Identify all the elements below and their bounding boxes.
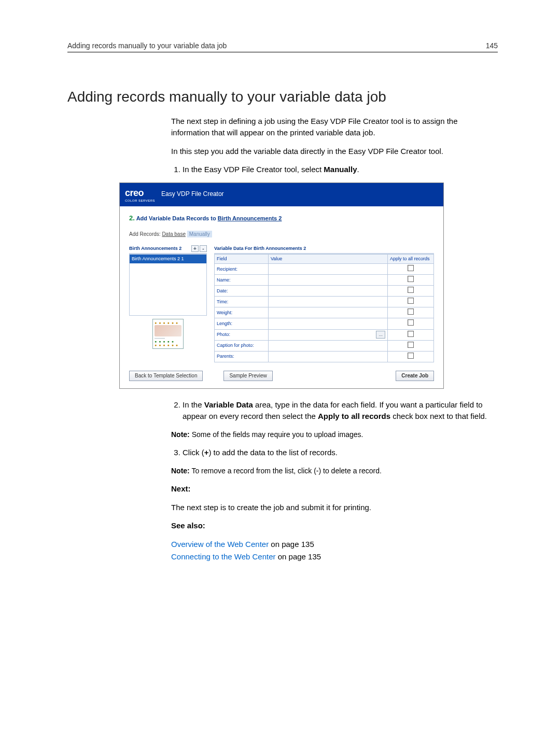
- page-number: 145: [486, 41, 498, 50]
- table-row: Photo: ...: [215, 329, 434, 340]
- records-list[interactable]: Birth Announcements 2 1: [129, 254, 207, 316]
- link-overview-web-center[interactable]: Overview of the Web Center: [171, 540, 269, 549]
- template-thumbnail: ● ● ● ● ● ● ———— ● ● ● ● ● ● ● ● ● ● ●: [152, 319, 184, 349]
- step-3-pre: Click (: [183, 448, 204, 457]
- table-row: Parents:: [215, 351, 434, 362]
- table-row: Caption for photo:: [215, 340, 434, 351]
- field-label: Parents:: [215, 351, 269, 362]
- page-title: Adding records manually to your variable…: [67, 89, 498, 105]
- wizard-step-text: Add Variable Data Records to: [136, 215, 218, 221]
- screenshot-header: creo COLOR SERVERS Easy VDP File Creator: [120, 183, 443, 206]
- value-input-cell[interactable]: [269, 318, 388, 329]
- wizard-step-line: 2. Add Variable Data Records to Birth An…: [129, 214, 434, 223]
- apply-all-checkbox[interactable]: [408, 308, 414, 315]
- apply-all-checkbox[interactable]: [408, 298, 414, 304]
- note-1-text: Some of the fields may require you to up…: [190, 430, 363, 439]
- running-header: Adding records manually to your variable…: [67, 41, 498, 52]
- value-input-cell[interactable]: [269, 307, 388, 318]
- col-field-header: Field: [215, 255, 269, 264]
- note-1: Note: Some of the fields may require you…: [171, 429, 498, 440]
- add-record-button[interactable]: +: [191, 245, 199, 252]
- table-row: Date:: [215, 286, 434, 297]
- field-label: Weight:: [215, 307, 269, 318]
- step-1: In the Easy VDP File Creator tool, selec…: [183, 164, 498, 175]
- see-also-link-2: Connecting to the Web Center on page 135: [171, 551, 498, 563]
- apply-all-checkbox[interactable]: [408, 276, 414, 282]
- apply-all-checkbox[interactable]: [408, 331, 414, 337]
- table-row: Name:: [215, 275, 434, 286]
- next-text: The next step is to create the job and s…: [171, 502, 498, 513]
- step-2-post: check box next to that field.: [390, 412, 487, 420]
- sample-preview-button[interactable]: Sample Preview: [223, 371, 272, 382]
- col-apply-header: Apply to all records: [388, 255, 434, 264]
- screenshot-easy-vdp: creo COLOR SERVERS Easy VDP File Creator…: [119, 182, 444, 389]
- step-1-bold: Manually: [324, 165, 357, 174]
- running-title: Adding records manually to your variable…: [67, 41, 227, 50]
- records-list-heading: Birth Announcements 2: [129, 245, 181, 252]
- step-1-text: In the Easy VDP File Creator tool, selec…: [183, 165, 324, 174]
- table-row: Weight:: [215, 307, 434, 318]
- value-input-cell[interactable]: [269, 286, 388, 297]
- intro-paragraph-2: In this step you add the variable data d…: [171, 146, 498, 157]
- step-2: In the Variable Data area, type in the d…: [183, 399, 498, 422]
- note-2-text: To remove a record from the list, click …: [190, 467, 382, 475]
- field-label: Name:: [215, 275, 269, 286]
- see-also-link-1: Overview of the Web Center on page 135: [171, 539, 498, 550]
- remove-record-button[interactable]: -: [200, 245, 207, 252]
- see-also-2-suffix: on page 135: [276, 552, 321, 561]
- apply-all-checkbox[interactable]: [408, 287, 414, 293]
- logo-text: creo: [125, 188, 144, 198]
- table-row: Recipient:: [215, 264, 434, 275]
- next-heading: Next:: [171, 483, 498, 495]
- table-row: Time:: [215, 297, 434, 307]
- add-records-mode: Add Records: Data base Manually: [129, 231, 434, 238]
- app-title: Easy VDP File Creator: [161, 190, 224, 199]
- wizard-step-number: 2.: [129, 214, 135, 222]
- field-label: Date:: [215, 286, 269, 297]
- col-value-header: Value: [269, 255, 388, 264]
- value-input-cell[interactable]: ...: [269, 329, 388, 340]
- note-1-label: Note:: [171, 430, 190, 439]
- field-label: Length:: [215, 318, 269, 329]
- logo-subtext: COLOR SERVERS: [125, 199, 155, 203]
- browse-photo-button[interactable]: ...: [376, 331, 385, 339]
- variable-data-heading: Variable Data For Birth Announcements 2: [214, 245, 434, 254]
- value-input-cell[interactable]: [269, 340, 388, 351]
- step-2-bold-2: Apply to all records: [318, 412, 390, 420]
- create-job-button[interactable]: Create Job: [396, 371, 434, 382]
- intro-paragraph-1: The next step in defining a job using th…: [171, 116, 498, 138]
- note-2-label: Note:: [171, 467, 190, 475]
- step-3-post: ) to add the data to the list of records…: [208, 448, 337, 457]
- step-2-pre: In the: [183, 400, 204, 409]
- value-input-cell[interactable]: [269, 264, 388, 275]
- step-2-bold-1: Variable Data: [204, 400, 253, 409]
- wizard-step-link[interactable]: Birth Announcements 2: [218, 215, 282, 221]
- note-2: Note: To remove a record from the list, …: [171, 466, 498, 476]
- add-records-label: Add Records:: [129, 231, 161, 237]
- creo-logo: creo COLOR SERVERS: [125, 186, 155, 203]
- apply-all-checkbox[interactable]: [408, 319, 414, 326]
- link-connecting-web-center[interactable]: Connecting to the Web Center: [171, 552, 276, 561]
- field-label: Recipient:: [215, 264, 269, 275]
- apply-all-checkbox[interactable]: [408, 342, 414, 348]
- table-row: Length:: [215, 318, 434, 329]
- value-input-cell[interactable]: [269, 275, 388, 286]
- variable-data-table: Field Value Apply to all records Recipie…: [214, 254, 434, 362]
- back-to-template-button[interactable]: Back to Template Selection: [129, 371, 203, 382]
- record-list-item[interactable]: Birth Announcements 2 1: [130, 255, 206, 263]
- value-input-cell[interactable]: [269, 297, 388, 307]
- step-1-post: .: [357, 165, 359, 174]
- value-input-cell[interactable]: [269, 351, 388, 362]
- field-label: Caption for photo:: [215, 340, 269, 351]
- field-label: Photo:: [215, 329, 269, 340]
- apply-all-checkbox[interactable]: [408, 353, 414, 359]
- add-records-manually-tab[interactable]: Manually: [187, 231, 212, 237]
- apply-all-checkbox[interactable]: [408, 265, 414, 271]
- field-label: Time:: [215, 297, 269, 307]
- see-also-heading: See also:: [171, 520, 498, 531]
- add-records-database-link[interactable]: Data base: [162, 231, 186, 237]
- see-also-1-suffix: on page 135: [269, 540, 314, 549]
- step-3: Click (+) to add the data to the list of…: [183, 447, 498, 458]
